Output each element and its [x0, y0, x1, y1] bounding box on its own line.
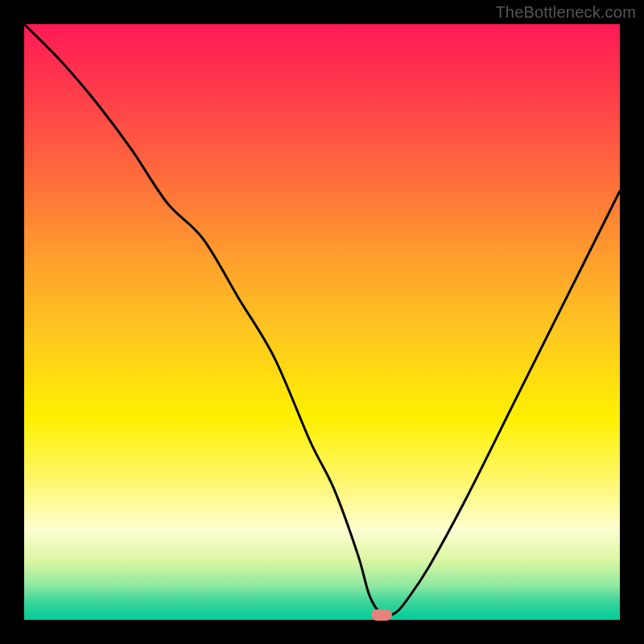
bottleneck-curve: [24, 24, 620, 620]
chart-frame: TheBottleneck.com: [0, 0, 644, 644]
valley-marker: [371, 609, 392, 621]
plot-area: [24, 24, 620, 620]
watermark-text: TheBottleneck.com: [495, 3, 636, 22]
